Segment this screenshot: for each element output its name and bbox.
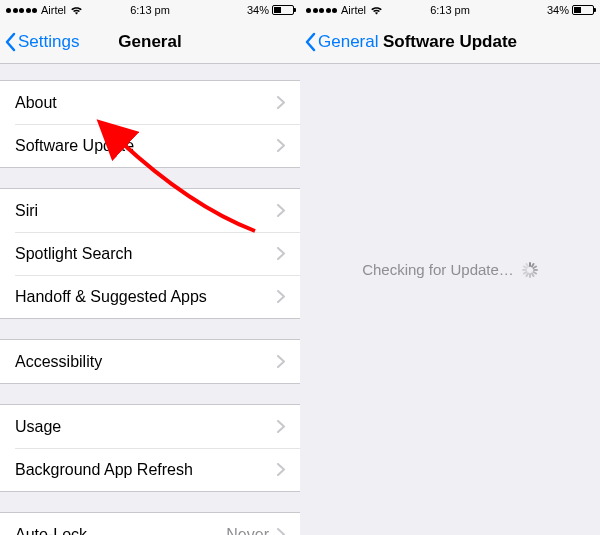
- chevron-right-icon: [277, 204, 285, 217]
- nav-bar: General Software Update: [300, 20, 600, 64]
- settings-list: About Software Update Siri Spotlight Sea…: [0, 64, 300, 535]
- chevron-right-icon: [277, 247, 285, 260]
- back-label: General: [318, 32, 378, 52]
- spinner-icon: [522, 262, 538, 278]
- chevron-right-icon: [277, 290, 285, 303]
- chevron-right-icon: [277, 528, 285, 535]
- status-bar: Airtel 6:13 pm 34%: [0, 0, 300, 20]
- back-label: Settings: [18, 32, 79, 52]
- back-button[interactable]: Settings: [4, 20, 79, 64]
- row-label: Siri: [15, 202, 277, 220]
- row-label: Usage: [15, 418, 277, 436]
- row-label: Software Update: [15, 137, 277, 155]
- status-time: 6:13 pm: [0, 4, 300, 16]
- chevron-right-icon: [277, 463, 285, 476]
- battery-icon: [572, 5, 594, 15]
- row-siri[interactable]: Siri: [0, 189, 300, 232]
- row-accessibility[interactable]: Accessibility: [0, 340, 300, 383]
- row-label: Handoff & Suggested Apps: [15, 288, 277, 306]
- row-software-update[interactable]: Software Update: [0, 124, 300, 167]
- row-value: Never: [226, 526, 269, 536]
- row-label: Auto-Lock: [15, 526, 226, 536]
- battery-icon: [272, 5, 294, 15]
- row-handoff[interactable]: Handoff & Suggested Apps: [0, 275, 300, 318]
- phone-software-update: Airtel 6:13 pm 34% General Software Upda…: [300, 0, 600, 535]
- row-about[interactable]: About: [0, 81, 300, 124]
- status-time: 6:13 pm: [300, 4, 600, 16]
- update-body: Checking for Update…: [300, 64, 600, 535]
- chevron-right-icon: [277, 355, 285, 368]
- chevron-right-icon: [277, 420, 285, 433]
- chevron-right-icon: [277, 96, 285, 109]
- row-label: Background App Refresh: [15, 461, 277, 479]
- row-label: Spotlight Search: [15, 245, 277, 263]
- row-spotlight-search[interactable]: Spotlight Search: [0, 232, 300, 275]
- status-bar: Airtel 6:13 pm 34%: [300, 0, 600, 20]
- row-label: Accessibility: [15, 353, 277, 371]
- row-label: About: [15, 94, 277, 112]
- chevron-left-icon: [304, 32, 316, 52]
- chevron-left-icon: [4, 32, 16, 52]
- phone-general: Airtel 6:13 pm 34% Settings General Abou…: [0, 0, 300, 535]
- nav-bar: Settings General: [0, 20, 300, 64]
- row-background-app-refresh[interactable]: Background App Refresh: [0, 448, 300, 491]
- chevron-right-icon: [277, 139, 285, 152]
- checking-label: Checking for Update…: [362, 261, 514, 278]
- back-button[interactable]: General: [304, 20, 378, 64]
- row-usage[interactable]: Usage: [0, 405, 300, 448]
- row-auto-lock[interactable]: Auto-Lock Never: [0, 513, 300, 535]
